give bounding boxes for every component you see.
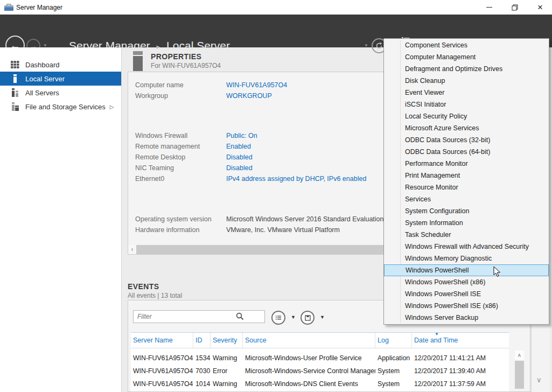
tools-menu-item[interactable]: Event Viewer: [384, 87, 549, 99]
server-manager-window: Server Manager × ← → ▼ Server Manager ▸ …: [0, 0, 552, 392]
property-row: Workgroup WORKGROUP: [135, 92, 272, 103]
sidebar-item-file-storage-services[interactable]: File and Storage Services ▷: [0, 100, 121, 114]
scroll-left-icon[interactable]: ‹: [128, 245, 136, 254]
save-query-dropdown-icon[interactable]: ▼: [320, 314, 325, 320]
column-header-date-time[interactable]: ▼ Date and Time: [412, 333, 509, 348]
sidebar-item-all-servers[interactable]: All Servers: [0, 86, 121, 100]
dashboard-icon: [11, 61, 20, 68]
expand-icon[interactable]: ▷: [110, 104, 114, 110]
event-row[interactable]: WIN-FUV61A957O4 7030 Error Microsoft-Win…: [131, 365, 509, 377]
mouse-cursor: [493, 266, 501, 279]
events-save-query-button[interactable]: [301, 311, 315, 325]
list-icon: [275, 314, 282, 321]
sidebar-item-label: Dashboard: [25, 61, 60, 69]
tools-menu-item[interactable]: ODBC Data Sources (64-bit): [384, 146, 549, 158]
minimize-button[interactable]: [477, 0, 501, 15]
main-vertical-scrollbar[interactable]: ∨: [531, 324, 550, 392]
tools-menu-item[interactable]: ODBC Data Sources (32-bit): [384, 134, 549, 146]
property-label: Remote Desktop: [135, 153, 226, 164]
breadcrumb-current[interactable]: Local Server: [166, 39, 230, 52]
property-value-link[interactable]: Enabled: [226, 143, 251, 153]
property-row: Computer name WIN-FUV61A957O4: [135, 81, 287, 92]
close-button[interactable]: ×: [528, 0, 552, 15]
tools-menu-item[interactable]: Disk Cleanup: [384, 75, 549, 87]
tools-menu-item[interactable]: iSCSI Initiator: [384, 99, 549, 110]
tools-menu-item[interactable]: Performance Monitor: [384, 158, 549, 170]
tools-menu-item[interactable]: Windows PowerShell (x86): [384, 276, 549, 288]
sidebar-item-local-server[interactable]: Local Server: [0, 72, 121, 86]
restore-button[interactable]: [503, 0, 527, 15]
tools-menu-item[interactable]: Services: [384, 193, 549, 205]
column-header-source[interactable]: Source: [243, 333, 375, 348]
all-servers-icon: [11, 88, 20, 97]
property-value-link[interactable]: IPv4 address assigned by DHCP, IPv6 enab…: [226, 175, 366, 186]
property-value-link[interactable]: Disabled: [226, 164, 253, 175]
tools-menu-item[interactable]: Component Services: [384, 39, 549, 51]
event-row[interactable]: WIN-FUV61A957O4 1014 Warning Microsoft-W…: [131, 377, 509, 390]
tools-menu-item[interactable]: Windows PowerShell ISE: [384, 288, 549, 300]
tools-menu-item[interactable]: Microsoft Azure Services: [384, 122, 549, 134]
property-label: Workgroup: [135, 92, 226, 103]
refresh-icon: [375, 42, 383, 50]
tools-menu: Component Services Computer Management D…: [383, 38, 549, 325]
properties-subtitle: For WIN-FUV61A957O4: [151, 62, 221, 69]
tools-menu-item[interactable]: Windows PowerShell ISE (x86): [384, 300, 549, 312]
column-header-log[interactable]: Log: [375, 333, 412, 348]
scrollbar-thumb[interactable]: [515, 361, 524, 389]
events-table: Server Name ID Severity Source Log ▼ Dat…: [131, 332, 509, 390]
property-value: VMware, Inc. VMware Virtual Platform: [226, 226, 340, 237]
tools-menu-item[interactable]: Local Security Policy: [384, 110, 549, 122]
tools-menu-item[interactable]: Defragment and Optimize Drives: [384, 63, 549, 75]
property-label: Computer name: [135, 81, 226, 92]
tools-menu-item[interactable]: Windows Server Backup: [384, 312, 549, 324]
save-icon: [305, 315, 311, 321]
column-header-severity[interactable]: Severity: [211, 333, 243, 348]
property-value-link[interactable]: Disabled: [226, 153, 253, 164]
events-title: EVENTS: [128, 282, 159, 291]
tools-menu-item[interactable]: Computer Management: [384, 51, 549, 63]
property-row: Remote Desktop Disabled: [135, 153, 253, 164]
scroll-up-icon[interactable]: ∧: [515, 351, 524, 360]
property-label: Ethernet0: [135, 175, 226, 186]
sidebar-item-label: All Servers: [25, 89, 59, 97]
property-row: Windows Firewall Public: On: [135, 132, 257, 143]
property-value-link[interactable]: WIN-FUV61A957O4: [226, 81, 287, 92]
property-row: Operating system version Microsoft Windo…: [135, 215, 384, 226]
property-row: Remote management Enabled: [135, 143, 251, 153]
property-value: Microsoft Windows Server 2016 Standard E…: [226, 215, 384, 226]
events-table-header: Server Name ID Severity Source Log ▼ Dat…: [131, 332, 509, 348]
property-value-link[interactable]: WORKGROUP: [226, 92, 272, 103]
sidebar-item-dashboard[interactable]: Dashboard: [0, 58, 121, 72]
tasks-dropdown-icon[interactable]: ▼: [291, 314, 296, 320]
tools-menu-item[interactable]: Resource Monitor: [384, 181, 549, 193]
property-row: NIC Teaming Disabled: [135, 164, 253, 175]
tools-menu-item[interactable]: Print Management: [384, 170, 549, 181]
breadcrumb-arrow-icon: ▸: [157, 41, 160, 51]
sort-descending-icon: ▼: [435, 332, 439, 337]
events-tasks-button[interactable]: [271, 311, 285, 325]
property-label: NIC Teaming: [135, 164, 226, 175]
properties-server-icon: [132, 51, 143, 73]
tools-menu-item[interactable]: Windows Firewall with Advanced Security: [384, 241, 549, 253]
property-value-link[interactable]: Public: On: [226, 132, 257, 143]
column-header-id[interactable]: ID: [193, 333, 211, 348]
events-filter-input[interactable]: [133, 310, 265, 323]
property-label: Hardware information: [135, 226, 226, 237]
tools-menu-item[interactable]: System Configuration: [384, 205, 549, 217]
tools-menu-item-highlighted[interactable]: Windows PowerShell: [384, 264, 549, 276]
column-header-server-name[interactable]: Server Name: [131, 333, 193, 348]
title-bar: Server Manager ×: [0, 0, 552, 15]
breadcrumb-dropdown-icon[interactable]: ▼: [364, 43, 368, 48]
search-icon: [236, 312, 244, 323]
event-row[interactable]: WIN-FUV61A957O4 1534 Warning Microsoft-W…: [131, 352, 509, 365]
restore-icon: [512, 4, 518, 11]
tools-menu-item[interactable]: System Information: [384, 217, 549, 229]
properties-title: PROPERTIES: [151, 52, 201, 61]
sidebar: Dashboard Local Server All Servers: [0, 47, 121, 392]
tools-menu-item[interactable]: Task Scheduler: [384, 229, 549, 241]
property-label: Operating system version: [135, 215, 226, 226]
sidebar-divider: [121, 47, 122, 392]
scroll-down-icon[interactable]: ∨: [536, 376, 542, 384]
events-table-scrollbar[interactable]: ∧: [515, 351, 524, 389]
tools-menu-item[interactable]: Windows Memory Diagnostic: [384, 253, 549, 264]
